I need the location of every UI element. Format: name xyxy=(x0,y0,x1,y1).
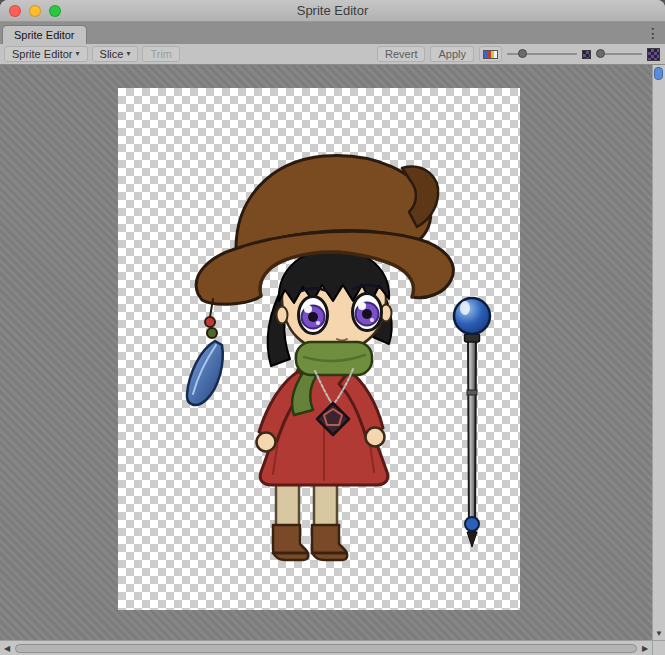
horizontal-scrollbar-thumb[interactable] xyxy=(15,644,637,653)
revert-button[interactable]: Revert xyxy=(377,46,425,62)
scroll-right-arrow-icon[interactable]: ▶ xyxy=(638,644,652,653)
zoom-slider-thumb[interactable] xyxy=(518,49,527,58)
close-button[interactable] xyxy=(9,5,21,17)
left-ear xyxy=(277,307,288,324)
scroll-left-arrow-icon[interactable]: ◀ xyxy=(0,644,14,653)
trim-label: Trim xyxy=(150,48,172,60)
apply-label: Apply xyxy=(438,48,466,60)
staff-orb xyxy=(454,298,490,334)
zoom-slider[interactable] xyxy=(507,46,577,62)
hat-feather-charm xyxy=(187,299,223,405)
sprite-editor-mode-label: Sprite Editor xyxy=(12,48,73,60)
vertical-scrollbar-thumb[interactable] xyxy=(654,67,663,80)
legs-and-boots xyxy=(273,476,347,560)
blue-feather xyxy=(187,341,223,405)
tab-strip: Sprite Editor ⋮ xyxy=(0,22,665,44)
sprite-editor-mode-dropdown[interactable]: Sprite Editor ▾ xyxy=(4,46,88,62)
slice-dropdown[interactable]: Slice ▾ xyxy=(92,46,139,62)
scrollbar-corner xyxy=(652,640,665,655)
green-bead xyxy=(207,328,217,338)
sprite-editor-window: Sprite Editor Sprite Editor ⋮ Sprite Edi… xyxy=(0,0,665,655)
red-bead xyxy=(205,317,215,327)
mip-slider-thumb[interactable] xyxy=(596,49,605,58)
left-eye xyxy=(299,297,328,334)
revert-label: Revert xyxy=(385,48,417,60)
mip-level-high-icon xyxy=(647,48,660,61)
staff-gem xyxy=(465,517,479,531)
right-eye xyxy=(353,294,382,331)
toolbar-right-group: Revert Apply xyxy=(377,46,665,62)
minimize-button[interactable] xyxy=(29,5,41,17)
texture-checkerboard[interactable] xyxy=(118,88,520,610)
trim-button[interactable]: Trim xyxy=(142,46,180,62)
chevron-down-icon: ▾ xyxy=(76,50,80,58)
fullscreen-button[interactable] xyxy=(49,5,61,17)
staff-sprite xyxy=(454,298,490,547)
vertical-scrollbar[interactable]: ▼ xyxy=(652,65,665,640)
tab-sprite-editor[interactable]: Sprite Editor xyxy=(2,25,87,44)
chevron-down-icon: ▾ xyxy=(126,50,130,58)
color-channels-button[interactable] xyxy=(479,46,502,62)
scroll-down-arrow-icon[interactable]: ▼ xyxy=(653,629,665,638)
traffic-lights xyxy=(0,5,61,17)
slice-label: Slice xyxy=(100,48,124,60)
mip-level-low-icon xyxy=(582,50,591,59)
titlebar[interactable]: Sprite Editor xyxy=(0,0,665,22)
tab-label: Sprite Editor xyxy=(14,29,75,41)
toolbar: Sprite Editor ▾ Slice ▾ Trim Revert Appl… xyxy=(0,44,665,65)
horizontal-scrollbar[interactable]: ◀ ▶ xyxy=(0,640,652,655)
right-hand xyxy=(366,428,385,447)
rgb-channels-icon xyxy=(483,50,498,59)
tab-overflow-menu-icon[interactable]: ⋮ xyxy=(644,25,662,41)
sprite-canvas[interactable] xyxy=(0,65,652,640)
apply-button[interactable]: Apply xyxy=(430,46,474,62)
character-sprite xyxy=(187,156,453,560)
window-title: Sprite Editor xyxy=(0,3,665,18)
mip-slider[interactable] xyxy=(596,46,642,62)
sprite-texture-image xyxy=(118,88,520,610)
left-hand xyxy=(257,433,276,452)
